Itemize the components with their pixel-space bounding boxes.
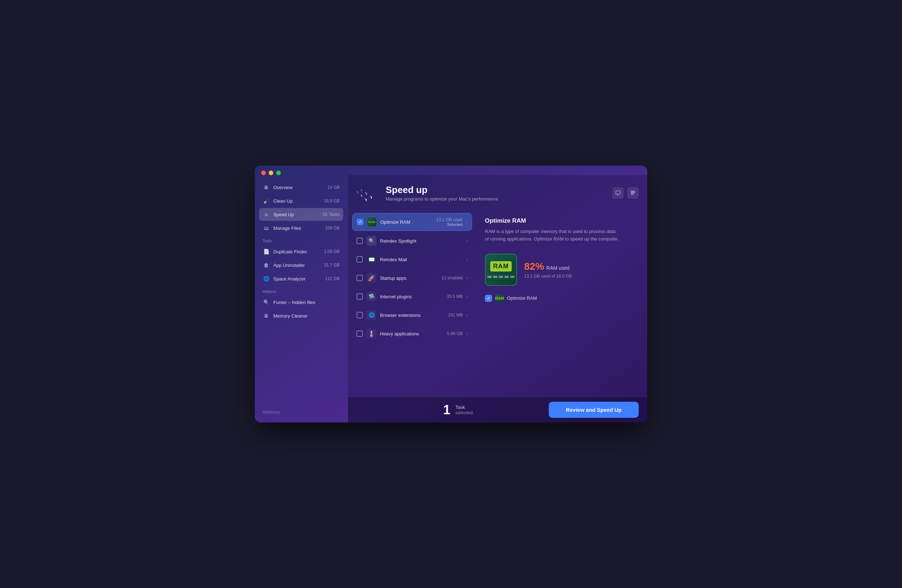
- task-checkbox-internet-plugins[interactable]: [357, 293, 363, 300]
- task-meta-browser-extensions: 241 MB: [448, 313, 463, 317]
- optimize-ram-label: Optimize RAM: [507, 296, 537, 301]
- memory-cleaner-icon: 🖥: [263, 312, 270, 319]
- sidebar-item-app-uninstaller[interactable]: 🗑 App Uninstaller 31.7 GB: [259, 259, 343, 272]
- optimize-ram-icon-small: RAM: [496, 294, 503, 302]
- sidebar-label-funter: Funter – hidden files: [273, 300, 315, 305]
- task-chevron-reindex-spotlight: ›: [466, 238, 468, 243]
- sidebar-item-speedup[interactable]: » Speed Up 52 Tasks: [259, 208, 343, 221]
- manage-files-icon: 🗂: [263, 224, 270, 231]
- ram-stats: 82% RAM used 13.1 GB used of 16.0 GB: [524, 261, 572, 279]
- svg-rect-8: [631, 194, 634, 194]
- task-icon-browser: 🌐: [366, 310, 376, 320]
- task-item-optimize-ram[interactable]: RAM Optimize RAM 13.1 GB used Selected ›: [352, 213, 472, 231]
- task-chevron-browser-extensions: ›: [466, 313, 468, 317]
- minimize-button[interactable]: [269, 170, 273, 175]
- duplicate-finder-icon: 📄: [263, 248, 270, 255]
- main-header: › › › › › › Speed up: [348, 175, 647, 210]
- task-checkbox-startup-apps[interactable]: [357, 275, 363, 281]
- task-count-labels: Task selected: [455, 405, 472, 415]
- list-icon-button[interactable]: [627, 187, 639, 199]
- chat-icon-button[interactable]: [612, 187, 624, 199]
- review-and-speedup-button[interactable]: Review and Speed Up: [549, 402, 639, 418]
- ram-slot-5: [510, 276, 515, 278]
- task-checkbox-reindex-spotlight[interactable]: [357, 238, 363, 244]
- sidebar-size-speedup: 52 Tasks: [323, 212, 340, 217]
- task-item-startup-apps[interactable]: 🚀 Startup apps 11 enabled ›: [352, 269, 472, 286]
- task-checkbox-heavy-applications[interactable]: [357, 330, 363, 337]
- sidebar-item-overview[interactable]: 🖥 Overview 14 GB: [259, 181, 343, 194]
- optimize-ram-checkbox[interactable]: [485, 295, 492, 302]
- task-name-browser-extensions: Browser extensions: [380, 313, 445, 318]
- task-chevron-heavy-applications: ›: [466, 331, 468, 336]
- task-checkbox-reindex-mail[interactable]: [357, 256, 363, 263]
- task-checkbox-optimize-ram[interactable]: [357, 219, 363, 225]
- task-name-reindex-spotlight: Reindex Spotlight: [380, 238, 463, 244]
- app-uninstaller-icon: 🗑: [263, 261, 270, 269]
- task-name-internet-plugins: Internet plugins: [380, 294, 443, 299]
- task-item-browser-extensions[interactable]: 🌐 Browser extensions 241 MB ›: [352, 307, 472, 324]
- task-name-reindex-mail: Reindex Mail: [380, 257, 463, 262]
- task-item-heavy-applications[interactable]: 🌡️ Heavy applications 5.89 GB ›: [352, 325, 472, 342]
- task-item-internet-plugins[interactable]: 🛸 Internet plugins 35.5 MB ›: [352, 288, 472, 305]
- sidebar-item-memory-cleaner[interactable]: 🖥 Memory Cleaner: [259, 309, 343, 322]
- ram-slot-4: [504, 276, 509, 278]
- task-icon-heavy: 🌡️: [366, 328, 376, 339]
- ram-chip-label: RAM: [490, 261, 512, 272]
- sidebar-item-duplicate-finder[interactable]: 📄 Duplicate Finder 1.08 GB: [259, 245, 343, 258]
- task-count-number: 1: [443, 402, 450, 418]
- bottom-bar: 1 Task selected Review and Speed Up: [348, 397, 647, 422]
- task-name-startup-apps: Startup apps: [380, 275, 438, 281]
- task-label-bot: selected: [455, 410, 472, 415]
- sidebar-size-app-uninstaller: 31.7 GB: [324, 263, 340, 267]
- task-meta-heavy-applications: 5.89 GB: [447, 331, 463, 336]
- sidebar-item-cleanup[interactable]: 🧹 Clean Up 18.8 GB: [259, 194, 343, 207]
- tools-section-label: Tools: [259, 235, 343, 244]
- ram-chip: RAM: [485, 254, 517, 286]
- task-label-top: Task: [455, 405, 472, 410]
- task-icon-ram: RAM: [367, 217, 377, 227]
- traffic-lights: [261, 170, 281, 175]
- content-area: 🖥 Overview 14 GB 🧹 Clean Up 18.8 GB » Sp…: [255, 175, 647, 422]
- task-item-reindex-mail[interactable]: ✉️ Reindex Mail ›: [352, 251, 472, 268]
- sidebar-label-memory-cleaner: Memory Cleaner: [273, 313, 308, 319]
- maximize-button[interactable]: [276, 170, 281, 175]
- speedup-header-icon: › › › › › ›: [357, 181, 379, 205]
- sidebar-item-manage-files[interactable]: 🗂 Manage Files 108 GB: [259, 222, 343, 235]
- sidebar: 🖥 Overview 14 GB 🧹 Clean Up 18.8 GB » Sp…: [255, 175, 348, 422]
- page-title: Speed up: [386, 185, 498, 195]
- task-meta-internet-plugins: 35.5 MB: [447, 294, 463, 299]
- page-subtitle: Manage programs to optimize your Mac's p…: [386, 196, 498, 202]
- task-icon-startup: 🚀: [366, 273, 376, 283]
- sidebar-label-app-uninstaller: App Uninstaller: [273, 263, 305, 268]
- main-window: 🖥 Overview 14 GB 🧹 Clean Up 18.8 GB » Sp…: [255, 166, 647, 422]
- task-icon-mail: ✉️: [366, 254, 376, 264]
- sidebar-label-overview: Overview: [273, 185, 293, 190]
- speedup-icon: »: [263, 211, 270, 218]
- ram-slot-2: [493, 276, 497, 278]
- task-meta-startup-apps: 11 enabled: [442, 275, 463, 280]
- sidebar-label-space-analyzer: Space Analyzer: [273, 276, 305, 281]
- task-chevron-internet-plugins: ›: [466, 294, 468, 299]
- split-pane: RAM Optimize RAM 13.1 GB used Selected ›…: [348, 210, 647, 397]
- ram-chip-slots: [487, 276, 515, 278]
- task-chevron-startup-apps: ›: [466, 275, 468, 280]
- detail-title: Optimize RAM: [485, 217, 639, 224]
- sidebar-size-cleanup: 18.8 GB: [324, 199, 340, 203]
- ram-widget: RAM: [485, 254, 639, 302]
- header-title-area: › › › › › › Speed up: [357, 181, 498, 205]
- svg-text:›: ›: [357, 189, 359, 195]
- header-icons: [612, 187, 639, 199]
- funter-icon: 🔍: [263, 299, 270, 306]
- cleanup-icon: 🧹: [263, 197, 270, 205]
- sidebar-item-funter[interactable]: 🔍 Funter – hidden files: [259, 296, 343, 309]
- ram-slot-1: [487, 276, 492, 278]
- detail-pane: Optimize RAM RAM is a type of computer m…: [476, 210, 647, 397]
- task-chevron-reindex-mail: ›: [466, 257, 468, 262]
- task-checkbox-browser-extensions[interactable]: [357, 312, 363, 318]
- task-name-optimize-ram: Optimize RAM: [381, 219, 433, 225]
- main-panel: › › › › › › Speed up: [348, 175, 647, 422]
- sidebar-item-space-analyzer[interactable]: 🌐 Space Analyzer 112 GB: [259, 272, 343, 285]
- close-button[interactable]: [261, 170, 266, 175]
- svg-text:›: ›: [363, 195, 368, 203]
- task-item-reindex-spotlight[interactable]: 🔍 Reindex Spotlight ›: [352, 232, 472, 249]
